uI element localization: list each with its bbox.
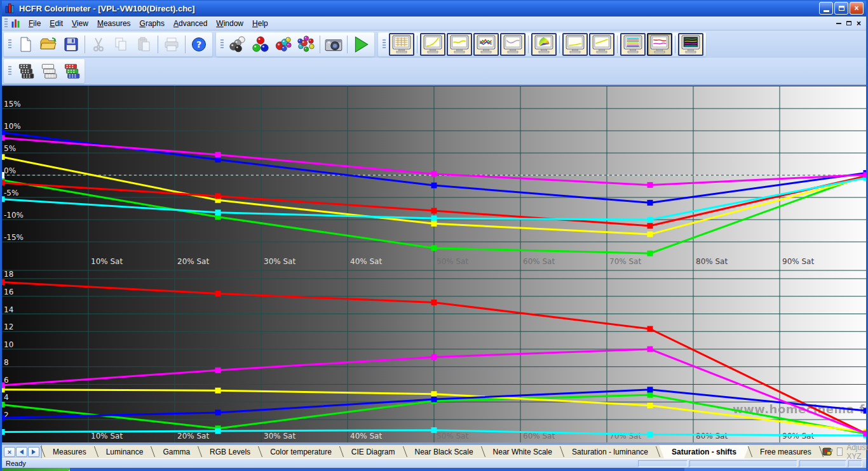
marker-cyan[interactable]	[648, 217, 653, 223]
cie-diagram-button[interactable]	[531, 33, 557, 56]
marker-cyan[interactable]	[2, 429, 5, 435]
marker-magenta[interactable]	[2, 135, 5, 141]
white-film-button[interactable]	[37, 60, 60, 82]
marker-cyan[interactable]	[215, 209, 221, 215]
marker-magenta[interactable]	[431, 354, 437, 360]
tab-color-temperature[interactable]: Color temperature	[261, 445, 341, 458]
tab-rgb-levels[interactable]: RGB Levels	[201, 445, 259, 458]
document-icon[interactable]	[11, 18, 21, 29]
saturation-shifts-button[interactable]	[647, 33, 672, 56]
menu-window[interactable]: Window	[212, 17, 248, 30]
marker-red[interactable]	[648, 223, 653, 229]
marker-yellow[interactable]	[648, 402, 653, 408]
save-button[interactable]	[60, 34, 83, 55]
print-button[interactable]	[160, 34, 183, 55]
marker-red[interactable]	[215, 291, 221, 296]
toolbar-grip[interactable]	[383, 39, 386, 50]
marker-red[interactable]	[648, 326, 653, 332]
menu-file[interactable]: File	[24, 17, 45, 30]
gamma-button[interactable]	[420, 33, 445, 56]
marker-blue[interactable]	[431, 183, 437, 189]
marker-green[interactable]	[648, 392, 653, 398]
mdi-minimize-icon[interactable]	[836, 23, 841, 24]
open-file-button[interactable]	[37, 34, 60, 55]
marker-yellow[interactable]	[2, 154, 5, 160]
marker-red[interactable]	[431, 300, 437, 305]
menu-advanced[interactable]: Advanced	[169, 17, 212, 30]
rgb-film-button[interactable]	[60, 60, 83, 82]
help-button[interactable]: ?	[187, 34, 210, 55]
marker-yellow[interactable]	[431, 221, 437, 227]
marker-red[interactable]	[2, 279, 5, 285]
marker-blue[interactable]	[215, 157, 221, 163]
marker-magenta[interactable]	[864, 172, 867, 178]
marker-yellow[interactable]	[648, 232, 653, 237]
cut-button[interactable]	[87, 34, 110, 55]
menu-view[interactable]: View	[67, 17, 93, 30]
marker-magenta[interactable]	[2, 382, 5, 388]
toolbar-grip[interactable]	[8, 66, 11, 76]
tab-luminance[interactable]: Luminance	[97, 445, 153, 458]
marker-magenta[interactable]	[215, 152, 221, 157]
menu-measures[interactable]: Measures	[93, 17, 135, 30]
marker-blue[interactable]	[648, 200, 653, 206]
tab-saturation-shifts[interactable]: Saturation - shifts	[659, 445, 749, 458]
menu-graphs[interactable]: Graphs	[135, 17, 169, 30]
marker-cyan[interactable]	[215, 428, 221, 434]
tab-near-white-scale[interactable]: Near White Scale	[484, 445, 561, 458]
menubar-grip[interactable]	[4, 18, 8, 29]
marker-magenta[interactable]	[648, 182, 653, 188]
tab-saturation-luminance[interactable]: Saturation - luminance	[563, 445, 657, 458]
marker-blue[interactable]	[864, 408, 867, 414]
close-button[interactable]: ×	[850, 2, 864, 15]
marker-green[interactable]	[2, 402, 5, 408]
marker-blue[interactable]	[648, 387, 653, 392]
marker-magenta[interactable]	[864, 431, 867, 437]
datatable-button[interactable]	[389, 33, 414, 56]
near-white-button[interactable]	[589, 33, 614, 56]
taskbar-edge[interactable]	[70, 468, 684, 471]
copy-button[interactable]	[110, 34, 133, 55]
marker-red[interactable]	[431, 208, 437, 214]
menu-edit[interactable]: Edit	[45, 17, 67, 30]
free-measures-button[interactable]	[678, 33, 703, 56]
marker-cyan[interactable]	[431, 427, 437, 433]
marker-blue[interactable]	[2, 129, 5, 135]
mdi-restore-icon[interactable]	[846, 21, 851, 25]
near-black-button[interactable]	[562, 33, 588, 56]
fullcolors-measure-button[interactable]	[295, 34, 318, 55]
snapshot-camera-button[interactable]	[322, 34, 345, 55]
marker-magenta[interactable]	[431, 171, 437, 176]
marker-yellow[interactable]	[431, 391, 437, 397]
tab-gamma[interactable]: Gamma	[154, 445, 199, 458]
saturation-shifts-chart[interactable]: 15%10%5%0%-5%-10%-15%1816141210864210% S…	[2, 86, 866, 442]
mdi-close-icon[interactable]: ×	[857, 20, 861, 27]
secondaries-measure-button[interactable]	[272, 34, 295, 55]
tab-free-measures[interactable]: Free measures	[751, 445, 820, 458]
rgb-levels-button[interactable]	[473, 33, 499, 56]
tab-scroll-right-button[interactable]	[28, 447, 39, 457]
minimize-button[interactable]	[819, 2, 833, 15]
tab-near-black-scale[interactable]: Near Black Scale	[406, 445, 482, 458]
marker-yellow[interactable]	[215, 388, 221, 394]
marker-blue[interactable]	[431, 397, 437, 402]
paste-button[interactable]	[133, 34, 156, 55]
menu-help[interactable]: Help	[248, 17, 273, 30]
toolbar-grip[interactable]	[220, 39, 224, 50]
marker-red[interactable]	[215, 193, 221, 199]
tab-measures[interactable]: Measures	[44, 445, 95, 458]
marker-blue[interactable]	[2, 415, 5, 421]
marker-green[interactable]	[648, 251, 653, 256]
marker-cyan[interactable]	[2, 196, 5, 202]
marker-cyan[interactable]	[431, 215, 437, 221]
run-measures-button[interactable]	[349, 34, 372, 55]
luminance-button[interactable]	[447, 33, 472, 56]
marker-blue[interactable]	[215, 409, 221, 415]
tab-close-button[interactable]: ×	[4, 447, 15, 457]
restore-button[interactable]	[834, 2, 848, 15]
adjust-xyz-checkbox[interactable]	[837, 448, 843, 456]
new-document-button[interactable]	[14, 34, 37, 55]
dark-film-button[interactable]	[14, 60, 37, 82]
marker-magenta[interactable]	[215, 368, 221, 373]
marker-magenta[interactable]	[648, 347, 653, 352]
